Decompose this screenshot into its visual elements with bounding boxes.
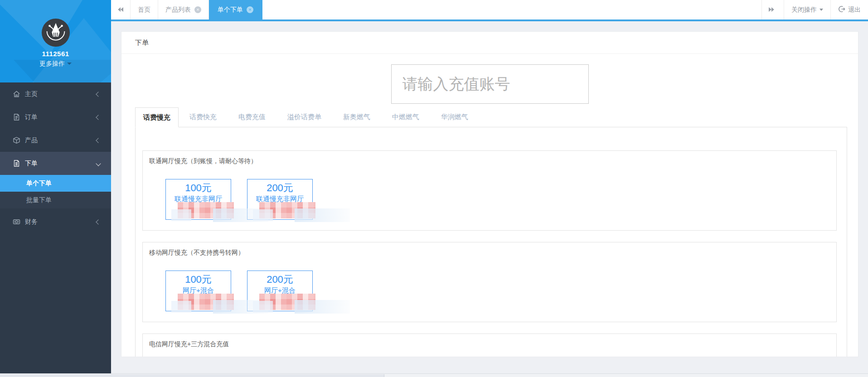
user-id: 1112561	[0, 50, 111, 58]
page-tab-home[interactable]: 首页	[131, 0, 158, 19]
redacted-price-mosaic	[259, 202, 315, 218]
page-title: 下单	[121, 32, 858, 54]
caret-down-icon	[67, 63, 72, 65]
order-card: 下单 话费慢充话费快充电费充值溢价话费单新奥燃气中燃燃气华润燃气 联通网厅慢充（…	[121, 32, 858, 357]
place-order-doc-icon	[13, 160, 20, 167]
finance-money-icon	[13, 218, 20, 226]
order-doc-icon	[13, 113, 20, 121]
logout-icon	[838, 5, 848, 14]
horizontal-scrollbar[interactable]	[0, 373, 868, 377]
recharge-account-input[interactable]	[391, 64, 589, 104]
product-amount: 100元	[166, 182, 231, 194]
collapse-tabs-button[interactable]	[111, 0, 131, 19]
section-title: 联通网厅慢充（到账慢，请耐心等待）	[149, 156, 830, 165]
chevron-down-icon	[820, 9, 823, 11]
product-card[interactable]: 200元联通慢充非网厅	[247, 179, 313, 220]
section-title: 电信网厅慢充+三方混合充值	[149, 339, 830, 348]
sidebar-item-label: 产品	[25, 136, 38, 145]
chevron-left-icon	[96, 92, 101, 97]
product-tab-electricity[interactable]: 电费充值	[228, 107, 276, 126]
product-section-unicom-slow: 联通网厅慢充（到账慢，请耐心等待）100元联通慢充非网厅200元联通慢充非网厅	[142, 150, 837, 231]
topbar-right-controls: 关闭操作 退出	[761, 0, 868, 19]
page-tab-label: 产品列表	[165, 6, 191, 14]
sidebar-item-orders[interactable]: 订单	[0, 106, 111, 129]
sidebar-subitem-single-order[interactable]: 单个下单	[0, 175, 111, 192]
sidebar-item-finance[interactable]: 财务	[0, 210, 111, 233]
product-box-icon	[13, 136, 20, 144]
redacted-price-mosaic	[178, 202, 234, 218]
sidebar-submenu-place-order: 单个下单批量下单	[0, 175, 111, 208]
product-tab-zhongran-gas[interactable]: 中燃燃气	[381, 107, 430, 126]
product-tab-phone-fast[interactable]: 话费快充	[179, 107, 228, 126]
chevron-left-icon	[96, 219, 101, 224]
close-operations-label: 关闭操作	[791, 6, 817, 14]
product-card[interactable]: 200元网厅+混合	[247, 271, 313, 311]
product-tab-huarun-gas[interactable]: 华润燃气	[430, 107, 479, 126]
product-amount: 100元	[166, 273, 231, 286]
sidebar-item-label: 主页	[25, 90, 38, 98]
sidebar-item-place-order[interactable]: 下单	[0, 152, 111, 175]
page-tab-label: 单个下单	[218, 6, 243, 14]
product-amount: 200元	[247, 182, 312, 194]
product-card[interactable]: 100元网厅+混合	[165, 271, 231, 311]
section-title: 移动网厅慢充（不支持携号转网）	[149, 248, 830, 257]
chevron-left-icon	[96, 138, 101, 143]
open-page-tabs: 首页产品列表×单个下单×	[131, 0, 262, 19]
product-section-mobile-slow: 移动网厅慢充（不支持携号转网）100元网厅+混合200元网厅+混合	[142, 242, 837, 322]
sidebar-subitem-batch-order[interactable]: 批量下单	[0, 192, 111, 208]
redacted-price-mosaic	[259, 294, 315, 310]
product-card-row: 100元网厅+混合200元网厅+混合	[165, 271, 830, 311]
scrollbar-thumb[interactable]	[0, 374, 384, 377]
product-tab-premium-phone[interactable]: 溢价话费单	[276, 107, 332, 126]
chevron-left-icon	[96, 115, 101, 120]
product-card-row: 100元联通慢充非网厅200元联通慢充非网厅	[165, 179, 830, 220]
chevron-down-icon	[96, 161, 101, 166]
close-tab-icon[interactable]: ×	[194, 6, 201, 13]
sidebar-user-panel: 1112561 更多操作	[0, 0, 111, 82]
logout-label: 退出	[848, 6, 861, 14]
avatar[interactable]	[41, 18, 70, 47]
sidebar-item-label: 财务	[25, 218, 38, 226]
product-tab-phone-slow[interactable]: 话费慢充	[135, 107, 179, 127]
sidebar: 1112561 更多操作 主页订单产品下单单个下单批量下单财务	[0, 0, 111, 374]
product-tab-xinao-gas[interactable]: 新奥燃气	[332, 107, 381, 126]
app-window: 首页产品列表×单个下单× 关闭操作 退出	[0, 0, 868, 377]
product-section-telecom-slow: 电信网厅慢充+三方混合充值	[142, 334, 837, 357]
product-amount: 200元	[247, 273, 312, 286]
page-tab-single-order[interactable]: 单个下单×	[209, 0, 262, 19]
page-tab-label: 首页	[138, 6, 150, 14]
topbar-spacer	[262, 0, 761, 19]
double-chevron-left-icon	[117, 6, 124, 14]
more-actions-dropdown[interactable]: 更多操作	[0, 60, 111, 68]
logout-button[interactable]: 退出	[830, 0, 868, 19]
redacted-price-mosaic	[178, 294, 234, 310]
double-chevron-right-icon	[768, 6, 777, 14]
main-content: 下单 话费慢充话费快充电费充值溢价话费单新奥燃气中燃燃气华润燃气 联通网厅慢充（…	[111, 21, 868, 374]
close-tab-icon[interactable]: ×	[247, 6, 253, 13]
account-input-wrap	[121, 64, 858, 104]
product-category-tabs: 话费慢充话费快充电费充值溢价话费单新奥燃气中燃燃气华润燃气	[135, 107, 847, 127]
close-operations-dropdown[interactable]: 关闭操作	[784, 0, 830, 19]
product-tab-content: 联通网厅慢充（到账慢，请耐心等待）100元联通慢充非网厅200元联通慢充非网厅移…	[135, 127, 847, 357]
sidebar-menu: 主页订单产品下单单个下单批量下单财务	[0, 82, 111, 233]
product-card[interactable]: 100元联通慢充非网厅	[165, 179, 231, 220]
more-actions-label: 更多操作	[39, 60, 65, 67]
sidebar-item-label: 下单	[25, 160, 38, 168]
page-tab-product-list[interactable]: 产品列表×	[158, 0, 209, 19]
sidebar-item-home[interactable]: 主页	[0, 82, 111, 106]
expand-tabs-button[interactable]	[761, 0, 784, 19]
top-tab-bar: 首页产品列表×单个下单× 关闭操作 退出	[111, 0, 868, 21]
sidebar-item-products[interactable]: 产品	[0, 129, 111, 152]
sidebar-item-label: 订单	[25, 113, 38, 121]
home-icon	[13, 90, 20, 98]
